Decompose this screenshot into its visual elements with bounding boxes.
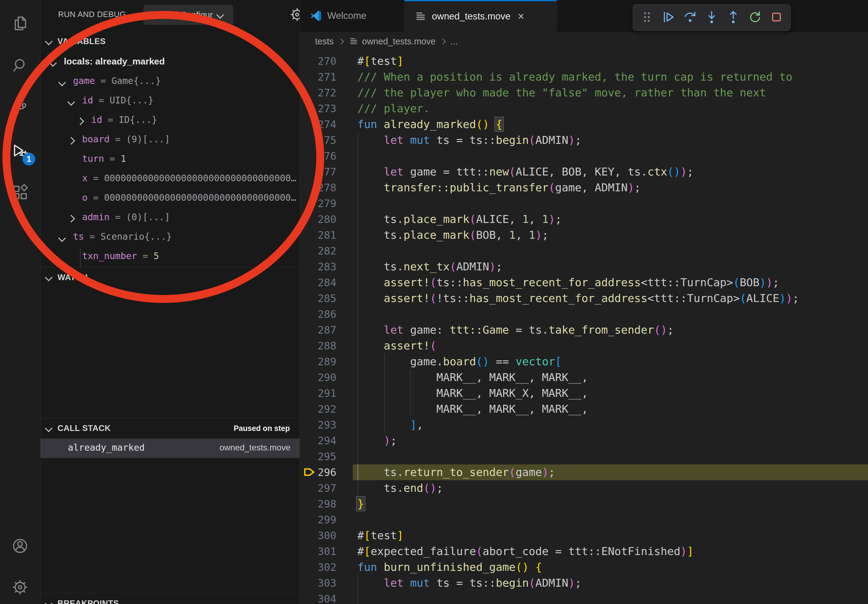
variable-row-turn[interactable]: turn = 1 bbox=[40, 150, 299, 170]
section-divider bbox=[40, 593, 299, 593]
code-line-278[interactable]: 278 transfer::public_transfer(game, ADMI… bbox=[300, 180, 868, 195]
breadcrumb-item-tests[interactable]: tests bbox=[315, 37, 334, 46]
variable-row-id[interactable]: id = UID{...} bbox=[40, 92, 299, 111]
code-line-302[interactable]: 302fun burn_unfinished_game() { bbox=[300, 559, 868, 575]
code-text: fun already_marked() { bbox=[357, 116, 502, 132]
tab-welcome[interactable]: Welcome bbox=[300, 0, 405, 32]
code-line-295[interactable]: 295 bbox=[300, 449, 868, 465]
stop-button[interactable] bbox=[767, 8, 786, 27]
vscode-window: 1 RUN AND DEBUG No Configur ··· VARIABLE… bbox=[0, 0, 868, 604]
call-stack-frame[interactable]: already_marked owned_tests.move bbox=[40, 438, 299, 458]
code-line-275[interactable]: 275 let mut ts = ts::begin(ADMIN); bbox=[300, 132, 868, 148]
variable-row-o[interactable]: o = 0000000000000000000000000000000000… bbox=[40, 189, 299, 209]
code-line-286[interactable]: 286 bbox=[300, 306, 868, 322]
code-text: ); bbox=[357, 433, 397, 449]
variable-row-x[interactable]: x = 0000000000000000000000000000000000… bbox=[40, 170, 299, 189]
code-text: ts.return_to_sender(game); bbox=[357, 465, 555, 480]
activity-item-source-control[interactable] bbox=[0, 89, 40, 129]
code-line-296[interactable]: 296 ts.return_to_sender(game); bbox=[300, 465, 868, 480]
section-breakpoints[interactable]: BREAKPOINTS bbox=[40, 594, 299, 604]
code-text: assert!(ts::has_most_recent_for_address<… bbox=[357, 275, 779, 290]
variable-row-board[interactable]: board = (9)[...] bbox=[40, 131, 299, 150]
step-out-button[interactable] bbox=[724, 8, 742, 27]
chevron-right-icon bbox=[440, 39, 446, 44]
code-line-279[interactable]: 279 bbox=[300, 195, 868, 211]
section-divider bbox=[40, 267, 299, 267]
code-line-283[interactable]: 283 ts.next_tx(ADMIN); bbox=[300, 259, 868, 275]
activity-item-account[interactable] bbox=[0, 527, 40, 566]
code-text: transfer::public_transfer(game, ADMIN); bbox=[357, 180, 641, 195]
code-line-292[interactable]: 292 MARK__, MARK__, MARK__, bbox=[300, 401, 868, 417]
code-line-293[interactable]: 293 ], bbox=[300, 417, 868, 433]
close-icon[interactable]: × bbox=[518, 11, 524, 22]
code-line-285[interactable]: 285 assert!(!ts::has_most_recent_for_add… bbox=[300, 290, 868, 306]
step-into-button[interactable] bbox=[702, 8, 721, 27]
section-watch[interactable]: WATCH bbox=[40, 268, 299, 287]
breadcrumb-item-symbol[interactable]: ... bbox=[450, 37, 458, 46]
code-line-273[interactable]: 273/// player. bbox=[300, 101, 868, 116]
variables-header: VARIABLES bbox=[57, 37, 106, 46]
code-line-281[interactable]: 281 ts.place_mark(BOB, 1, 1); bbox=[300, 227, 868, 243]
activity-item-extensions[interactable] bbox=[0, 173, 40, 213]
code-line-301[interactable]: 301#[expected_failure(abort_code = ttt::… bbox=[300, 544, 868, 559]
activity-item-run-and-debug[interactable]: 1 bbox=[0, 132, 40, 171]
code-line-280[interactable]: 280 ts.place_mark(ALICE, 1, 1); bbox=[300, 211, 868, 227]
code-text: let game: ttt::Game = ts.take_from_sende… bbox=[357, 322, 674, 338]
activity-bar: 1 bbox=[0, 0, 40, 604]
code-text: fun burn_unfinished_game() { bbox=[357, 559, 542, 575]
variable-row-txn_number[interactable]: txn_number = 5 bbox=[40, 248, 299, 267]
indent-guide bbox=[358, 243, 358, 259]
code-line-304[interactable]: 304 bbox=[300, 591, 868, 604]
line-number: 301 bbox=[300, 544, 336, 559]
code-line-284[interactable]: 284 assert!(ts::has_most_recent_for_addr… bbox=[300, 275, 868, 290]
start-debug-icon[interactable] bbox=[143, 5, 163, 25]
chevron-down-icon bbox=[67, 98, 75, 105]
code-line-291[interactable]: 291 MARK__, MARK_X, MARK__, bbox=[300, 385, 868, 401]
variable-row-scope[interactable]: locals: already_marked bbox=[40, 53, 299, 73]
extensions-icon bbox=[11, 184, 29, 203]
move-file-icon bbox=[414, 10, 427, 23]
debug-config-dropdown[interactable]: No Configur bbox=[143, 5, 233, 25]
activity-item-explorer[interactable] bbox=[0, 4, 40, 44]
code-line-270[interactable]: 270#[test] bbox=[300, 53, 868, 69]
code-text: ts.place_mark(ALICE, 1, 1); bbox=[357, 211, 562, 227]
continue-button[interactable] bbox=[659, 8, 677, 27]
restart-button[interactable] bbox=[746, 8, 764, 27]
section-variables[interactable]: VARIABLES bbox=[40, 32, 299, 51]
drag-grip-handle[interactable] bbox=[638, 8, 656, 27]
code-line-287[interactable]: 287 let game: ttt::Game = ts.take_from_s… bbox=[300, 322, 868, 338]
code-line-271[interactable]: 271/// When a position is already marked… bbox=[300, 69, 868, 85]
code-line-303[interactable]: 303 let mut ts = ts::begin(ADMIN); bbox=[300, 575, 868, 591]
code-text: MARK__, MARK_X, MARK__, bbox=[357, 385, 588, 401]
step-over-button[interactable] bbox=[681, 8, 699, 27]
code-line-290[interactable]: 290 MARK__, MARK__, MARK__, bbox=[300, 370, 868, 385]
code-line-282[interactable]: 282 bbox=[300, 243, 868, 259]
tab-owned-tests-move[interactable]: owned_tests.move × bbox=[405, 0, 557, 32]
debug-badge: 1 bbox=[23, 153, 35, 166]
code-line-274[interactable]: 274fun already_marked() { bbox=[300, 116, 868, 132]
breadcrumb-item-file[interactable]: owned_tests.move bbox=[362, 37, 436, 46]
code-line-288[interactable]: 288 assert!( bbox=[300, 338, 868, 354]
activity-item-search[interactable] bbox=[0, 46, 40, 86]
code-line-300[interactable]: 300#[test] bbox=[300, 528, 868, 544]
code-area[interactable]: 270#[test]271/// When a position is alre… bbox=[300, 51, 868, 604]
code-line-276[interactable]: 276 bbox=[300, 148, 868, 164]
code-line-298[interactable]: 298} bbox=[300, 496, 868, 512]
code-line-272[interactable]: 272/// the player who made the "false" m… bbox=[300, 85, 868, 101]
code-line-289[interactable]: 289 game.board() == vector[ bbox=[300, 354, 868, 370]
variable-row-id[interactable]: id = ID{...} bbox=[40, 111, 299, 131]
grip-icon bbox=[639, 9, 654, 26]
chevron-right-icon bbox=[67, 215, 75, 222]
code-line-299[interactable]: 299 bbox=[300, 512, 868, 528]
section-call-stack[interactable]: CALL STACK Paused on step bbox=[40, 419, 299, 437]
activity-item-settings[interactable] bbox=[0, 568, 40, 604]
variable-row-game[interactable]: game = Game{...} bbox=[40, 73, 299, 92]
indent-guide bbox=[358, 306, 358, 322]
code-line-294[interactable]: 294 ); bbox=[300, 433, 868, 449]
code-text: let mut ts = ts::begin(ADMIN); bbox=[357, 575, 581, 591]
variable-row-ts[interactable]: ts = Scenario{...} bbox=[40, 228, 299, 248]
code-line-297[interactable]: 297 ts.end(); bbox=[300, 480, 868, 496]
code-line-277[interactable]: 277 let game = ttt::new(ALICE, BOB, KEY,… bbox=[300, 164, 868, 180]
variable-row-admin[interactable]: admin = (0)[...] bbox=[40, 209, 299, 228]
chevron-down-icon bbox=[49, 59, 57, 67]
